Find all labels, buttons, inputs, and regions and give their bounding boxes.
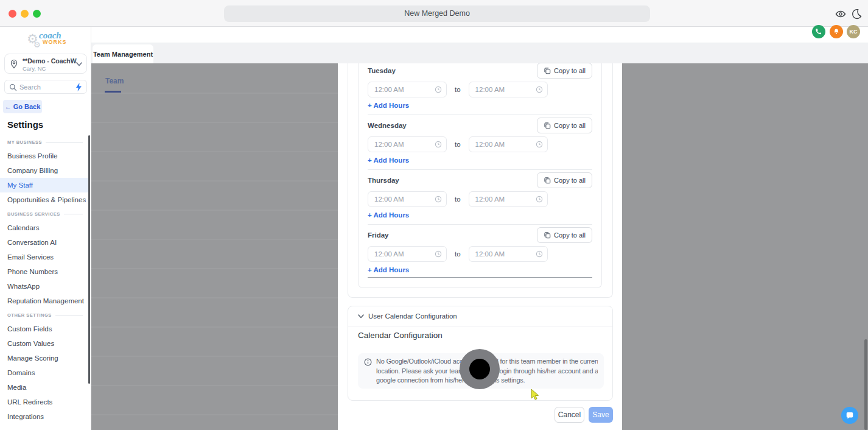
add-hours-link[interactable]: + Add Hours	[368, 102, 409, 109]
to-label: to	[455, 141, 461, 148]
add-hours-link[interactable]: + Add Hours	[368, 266, 409, 273]
nav-group-label: BUSINESS SERVICES	[0, 207, 89, 220]
sidebar-scrollbar-thumb[interactable]	[88, 135, 90, 384]
sidebar-item-calendars[interactable]: Calendars	[0, 220, 89, 235]
settings-heading: Settings	[7, 119, 43, 130]
copy-to-all-button[interactable]: Copy to all	[537, 227, 592, 243]
modal-backdrop-right	[622, 63, 868, 430]
sidebar-item-email-services[interactable]: Email Services	[0, 250, 89, 264]
app-header: KC	[91, 27, 868, 43]
notifications-button[interactable]	[830, 25, 843, 38]
settings-nav: MY BUSINESSBusiness ProfileCompany Billi…	[0, 135, 89, 424]
minimize-window-button[interactable]	[21, 10, 29, 18]
sidebar-item-opportunities-pipelines[interactable]: Opportunities & Pipelines	[0, 192, 89, 207]
clock-icon	[536, 250, 543, 258]
copy-to-all-label: Copy to all	[554, 67, 586, 74]
eye-icon[interactable]	[835, 8, 847, 20]
calendar-configuration-heading: Calendar Configuration	[358, 331, 443, 340]
page-scrollbar-thumb[interactable]	[864, 339, 867, 430]
save-button[interactable]: Save	[589, 407, 613, 423]
phone-button[interactable]	[812, 25, 825, 38]
add-hours-link[interactable]: + Add Hours	[368, 211, 409, 219]
clock-icon	[435, 86, 442, 93]
sidebar-item-phone-numbers[interactable]: Phone Numbers	[0, 264, 89, 279]
coachworks-logo: ⚙ ⚙ coach WORKS	[27, 28, 69, 52]
info-icon	[364, 358, 372, 366]
copy-to-all-button[interactable]: Copy to all	[537, 172, 592, 188]
day-availability-block: Tuesday Copy to all to	[358, 63, 602, 118]
copy-to-all-button[interactable]: Copy to all	[537, 63, 592, 79]
clock-icon	[435, 141, 442, 148]
add-hours-link[interactable]: + Add Hours	[368, 157, 409, 164]
search-icon	[9, 83, 17, 91]
go-back-label: Go Back	[13, 103, 41, 110]
tab-team[interactable]: Team	[105, 77, 124, 85]
user-calendar-configuration-toggle[interactable]: User Calendar Configuration	[348, 306, 612, 326]
day-label: Tuesday	[368, 67, 396, 74]
time-range-row: to	[368, 191, 548, 207]
copy-icon	[544, 122, 551, 129]
day-divider	[368, 224, 592, 225]
window-title: New Merged Demo	[224, 5, 650, 22]
gear-icon: ⚙	[33, 40, 41, 49]
sidebar-item-business-profile[interactable]: Business Profile	[0, 149, 89, 163]
copy-to-all-label: Copy to all	[554, 122, 586, 129]
sidebar-item-whatsapp[interactable]: WhatsApp	[0, 279, 89, 294]
chat-widget-button[interactable]	[841, 407, 858, 424]
clock-icon	[536, 141, 543, 148]
sidebar-item-domains[interactable]: Domains	[0, 365, 89, 380]
sidebar-item-url-redirects[interactable]: URL Redirects	[0, 395, 89, 409]
nav-group-label: MY BUSINESS	[0, 135, 89, 149]
click-spotlight-center	[469, 359, 490, 379]
copy-icon	[544, 67, 551, 74]
day-divider	[368, 169, 592, 170]
nav-group-label: OTHER SETTINGS	[0, 308, 89, 322]
sidebar-item-reputation-management[interactable]: Reputation Management	[0, 294, 89, 308]
bell-icon	[833, 28, 840, 35]
tab-team-management[interactable]: Team Management	[93, 44, 153, 64]
avatar[interactable]: KC	[847, 25, 860, 38]
clock-icon	[435, 196, 442, 203]
copy-icon	[544, 231, 551, 239]
clock-icon	[536, 196, 543, 203]
sidebar-item-my-staff[interactable]: My Staff	[0, 178, 89, 192]
day-label: Friday	[368, 231, 389, 239]
copy-to-all-button[interactable]: Copy to all	[537, 118, 592, 133]
copy-to-all-label: Copy to all	[554, 177, 586, 184]
go-back-button[interactable]: ← Go Back	[3, 100, 42, 113]
time-range-row: to	[368, 136, 548, 152]
sidebar-item-company-billing[interactable]: Company Billing	[0, 163, 89, 178]
day-availability-block: Friday Copy to all to	[358, 228, 602, 283]
user-calendar-configuration-label: User Calendar Configuration	[368, 312, 457, 320]
to-label: to	[455, 196, 461, 203]
time-range-row: to	[368, 246, 548, 262]
location-city: Cary, NC	[23, 65, 46, 72]
clock-icon	[536, 86, 543, 93]
tab-team-underline	[105, 91, 121, 93]
sidebar: ⚙ ⚙ coach WORKS **Demo - CoachW... Cary,…	[0, 27, 91, 430]
chevron-down-icon	[358, 314, 364, 319]
sidebar-item-conversation-ai[interactable]: Conversation AI	[0, 235, 89, 250]
cancel-button[interactable]: Cancel	[555, 407, 584, 423]
sidebar-item-custom-fields[interactable]: Custom Fields	[0, 322, 89, 336]
to-label: to	[455, 250, 461, 258]
copy-to-all-label: Copy to all	[554, 231, 586, 239]
close-window-button[interactable]	[9, 10, 16, 18]
maximize-window-button[interactable]	[33, 10, 41, 18]
moon-icon[interactable]	[850, 8, 863, 20]
modal-backdrop-left: Team	[91, 63, 338, 430]
click-spotlight	[460, 349, 500, 389]
phone-icon	[815, 28, 822, 35]
sidebar-item-integrations[interactable]: Integrations	[0, 409, 89, 424]
location-pin-icon	[9, 59, 19, 69]
sidebar-item-media[interactable]: Media	[0, 380, 89, 395]
search-input[interactable]	[19, 80, 73, 93]
sidebar-item-manage-scoring[interactable]: Manage Scoring	[0, 351, 89, 365]
cursor-pointer	[530, 389, 540, 401]
day-divider	[368, 277, 592, 278]
sidebar-item-custom-values[interactable]: Custom Values	[0, 336, 89, 351]
location-selector[interactable]: **Demo - CoachW... Cary, NC	[4, 54, 87, 74]
copy-icon	[544, 177, 551, 184]
screen: New Merged Demo ⚙ ⚙ coach WORKS **Demo -…	[0, 0, 868, 430]
location-name: **Demo - CoachW...	[23, 57, 77, 65]
